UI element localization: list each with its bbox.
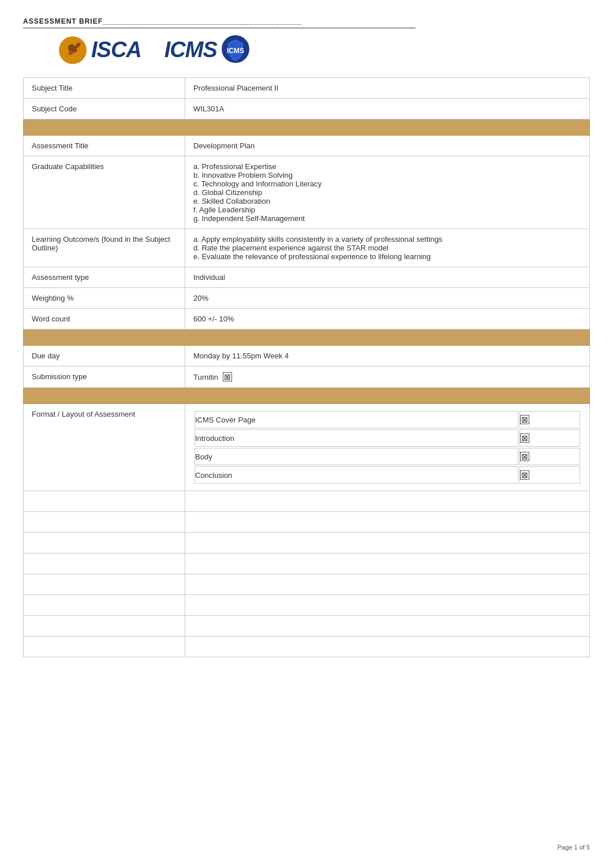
turnitin-checkbox[interactable] bbox=[223, 372, 232, 381]
empty-row-7 bbox=[24, 616, 590, 637]
format-sub-table: ICMS Cover PageIntroductionBodyConclusio… bbox=[193, 410, 581, 485]
icms-logo: ICMS ICMS bbox=[165, 34, 251, 66]
assessment-title-row: Assessment Title Development Plan bbox=[24, 136, 590, 156]
isca-bird-icon bbox=[58, 35, 88, 65]
checkbox-icon[interactable] bbox=[520, 452, 529, 461]
assessment-type-row: Assessment type Individual bbox=[24, 267, 590, 288]
header-title: ASSESSMENT BRIEF________________________… bbox=[23, 17, 416, 28]
assessment-type-label: Assessment type bbox=[24, 267, 185, 288]
checkbox-icon[interactable] bbox=[520, 433, 529, 443]
learning-outcome-label: Learning Outcome/s (found in the Subject… bbox=[24, 229, 185, 267]
weighting-row: Weighting % 20% bbox=[24, 288, 590, 309]
word-count-label: Word count bbox=[24, 309, 185, 330]
section-header-2-cell bbox=[24, 330, 590, 346]
section-header-3 bbox=[24, 388, 590, 404]
format-item-row: Body bbox=[195, 448, 580, 465]
empty-cell-14 bbox=[185, 616, 590, 637]
learning-outcome-value: a. Apply employability skills consistent… bbox=[185, 229, 590, 267]
due-day-row: Due day Monday by 11.55pm Week 4 bbox=[24, 346, 590, 366]
format-layout-value: ICMS Cover PageIntroductionBodyConclusio… bbox=[185, 404, 590, 491]
empty-cell-7 bbox=[24, 553, 185, 574]
empty-row-4 bbox=[24, 553, 590, 574]
grad-capabilities-label: Graduate Capabilities bbox=[24, 156, 185, 229]
learning-outcome-row: Learning Outcome/s (found in the Subject… bbox=[24, 229, 590, 267]
word-count-value: 600 +/- 10% bbox=[185, 309, 590, 330]
empty-cell-2 bbox=[185, 491, 590, 512]
assessment-type-value: Individual bbox=[185, 267, 590, 288]
format-item-row: Conclusion bbox=[195, 466, 580, 484]
due-day-value: Monday by 11.55pm Week 4 bbox=[185, 346, 590, 366]
submission-type-label: Submission type bbox=[24, 366, 185, 388]
format-item-checkbox[interactable] bbox=[519, 429, 580, 447]
format-item-checkbox[interactable] bbox=[519, 411, 580, 428]
empty-cell-11 bbox=[24, 595, 185, 616]
empty-cell-5 bbox=[24, 533, 185, 553]
subject-code-label: Subject Code bbox=[24, 99, 185, 119]
turnitin-text: Turnitin bbox=[193, 373, 218, 381]
empty-cell-12 bbox=[185, 595, 590, 616]
assessment-title-label: Assessment Title bbox=[24, 136, 185, 156]
isca-logo: ISCA bbox=[58, 35, 141, 65]
grad-capabilities-row: Graduate Capabilities a. Professional Ex… bbox=[24, 156, 590, 229]
empty-cell-1 bbox=[24, 491, 185, 512]
empty-cell-13 bbox=[24, 616, 185, 637]
format-layout-row: Format / Layout of Assessment ICMS Cover… bbox=[24, 404, 590, 491]
format-item-label: Conclusion bbox=[195, 466, 518, 484]
subject-title-row: Subject Title Professional Placement II bbox=[24, 78, 590, 99]
empty-row-6 bbox=[24, 595, 590, 616]
empty-row-5 bbox=[24, 574, 590, 595]
checkbox-icon[interactable] bbox=[520, 415, 529, 424]
empty-row-8 bbox=[24, 637, 590, 657]
weighting-label: Weighting % bbox=[24, 288, 185, 309]
subject-code-value: WIL301A bbox=[185, 99, 590, 119]
submission-type-value: Turnitin bbox=[185, 366, 590, 388]
section-header-3-cell bbox=[24, 388, 590, 404]
format-item-checkbox[interactable] bbox=[519, 448, 580, 465]
isca-text-label: ISCA bbox=[91, 38, 141, 62]
format-item-label: Body bbox=[195, 448, 518, 465]
assessment-title-value: Development Plan bbox=[185, 136, 590, 156]
svg-text:ICMS: ICMS bbox=[227, 47, 244, 55]
empty-cell-16 bbox=[185, 637, 590, 657]
subject-title-label: Subject Title bbox=[24, 78, 185, 99]
subject-code-row: Subject Code WIL301A bbox=[24, 99, 590, 119]
empty-cell-8 bbox=[185, 553, 590, 574]
subject-title-value: Professional Placement II bbox=[185, 78, 590, 99]
page-footer: Page 1 of 5 bbox=[558, 844, 590, 851]
empty-cell-4 bbox=[185, 512, 590, 533]
empty-row-2 bbox=[24, 512, 590, 533]
due-day-label: Due day bbox=[24, 346, 185, 366]
section-header-2 bbox=[24, 330, 590, 346]
icms-text-label: ICMS bbox=[165, 38, 217, 62]
format-item-checkbox[interactable] bbox=[519, 466, 580, 484]
empty-cell-10 bbox=[185, 574, 590, 595]
icms-shield-icon: ICMS bbox=[220, 34, 251, 64]
format-item-label: Introduction bbox=[195, 429, 518, 447]
empty-cell-3 bbox=[24, 512, 185, 533]
empty-cell-6 bbox=[185, 533, 590, 553]
word-count-row: Word count 600 +/- 10% bbox=[24, 309, 590, 330]
format-item-row: Introduction bbox=[195, 429, 580, 447]
format-layout-label: Format / Layout of Assessment bbox=[24, 404, 185, 491]
grad-capabilities-value: a. Professional Expertise b. Innovative … bbox=[185, 156, 590, 229]
icms-emblem-icon: ICMS bbox=[220, 34, 251, 66]
submission-type-row: Submission type Turnitin bbox=[24, 366, 590, 388]
empty-row-1 bbox=[24, 491, 590, 512]
logo-row: ISCA ICMS ICMS bbox=[58, 34, 590, 66]
empty-row-3 bbox=[24, 533, 590, 553]
format-item-row: ICMS Cover Page bbox=[195, 411, 580, 428]
turnitin-row: Turnitin bbox=[193, 372, 581, 381]
checkbox-icon[interactable] bbox=[520, 470, 529, 480]
weighting-value: 20% bbox=[185, 288, 590, 309]
empty-cell-15 bbox=[24, 637, 185, 657]
section-header-1-cell bbox=[24, 119, 590, 136]
isca-emblem-icon bbox=[58, 35, 88, 65]
main-table: Subject Title Professional Placement II … bbox=[23, 77, 590, 657]
empty-cell-9 bbox=[24, 574, 185, 595]
section-header-1 bbox=[24, 119, 590, 136]
format-item-label: ICMS Cover Page bbox=[195, 411, 518, 428]
